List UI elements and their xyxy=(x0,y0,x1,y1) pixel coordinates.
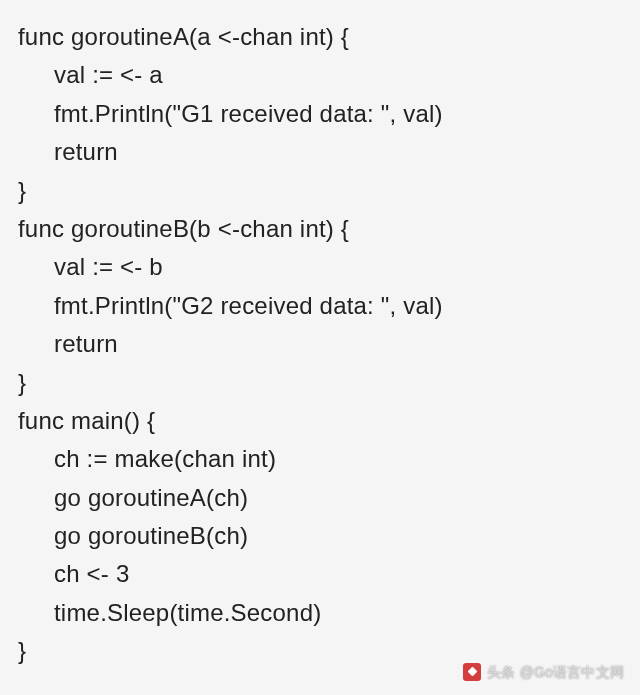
code-line: return xyxy=(18,325,640,363)
code-line: return xyxy=(18,133,640,171)
toutiao-icon xyxy=(463,663,481,681)
code-line: time.Sleep(time.Second) xyxy=(18,594,640,632)
code-line: func goroutineA(a <-chan int) { xyxy=(18,18,640,56)
watermark: 头条 @Go语言中文网 xyxy=(459,659,628,685)
code-line: go goroutineA(ch) xyxy=(18,479,640,517)
code-line: ch <- 3 xyxy=(18,555,640,593)
code-line: fmt.Println("G2 received data: ", val) xyxy=(18,287,640,325)
code-block: func goroutineA(a <-chan int) { val := <… xyxy=(18,18,640,671)
code-line: fmt.Println("G1 received data: ", val) xyxy=(18,95,640,133)
code-line: val := <- b xyxy=(18,248,640,286)
code-line: val := <- a xyxy=(18,56,640,94)
code-line: } xyxy=(18,364,640,402)
code-line: func main() { xyxy=(18,402,640,440)
code-line: } xyxy=(18,172,640,210)
watermark-text: 头条 @Go语言中文网 xyxy=(487,661,624,683)
code-line: go goroutineB(ch) xyxy=(18,517,640,555)
code-line: ch := make(chan int) xyxy=(18,440,640,478)
code-line: func goroutineB(b <-chan int) { xyxy=(18,210,640,248)
